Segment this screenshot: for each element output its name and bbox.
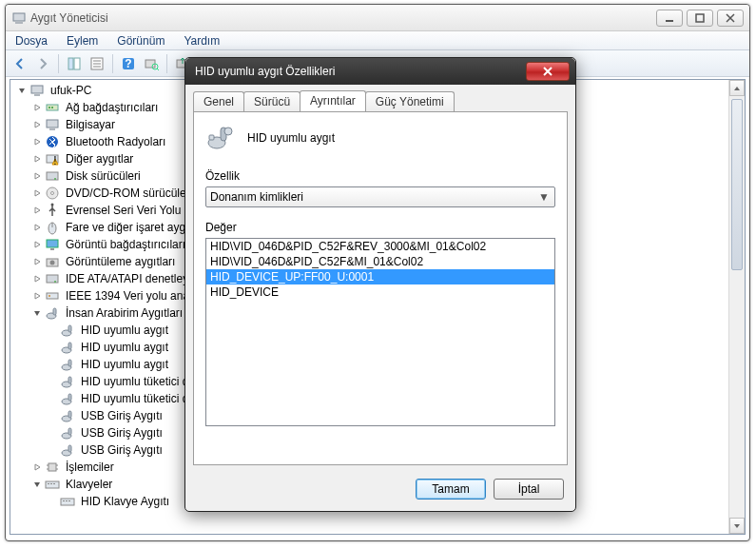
value-item[interactable]: HID\VID_046D&PID_C52F&MI_01&Col02 [206,254,554,269]
device-icon [205,122,238,154]
tab-driver[interactable]: Sürücü [243,91,300,112]
expand-icon[interactable] [31,256,43,267]
tree-label: USB Giriş Aygıtı [79,424,165,441]
svg-point-33 [51,204,54,206]
property-combobox[interactable]: Donanım kimlikleri ▼ [205,186,555,207]
device-icon [60,494,75,509]
tab-general[interactable]: Genel [193,91,244,112]
forward-button[interactable] [32,53,53,74]
svg-rect-73 [66,500,68,501]
expand-icon[interactable] [31,153,43,165]
menu-action[interactable]: Eylem [63,32,102,49]
help-button[interactable]: ? [118,53,139,74]
expand-icon[interactable] [31,119,43,130]
tree-label: HID uyumlu aygıt [79,339,170,356]
menubar: Dosya Eylem Görünüm Yardım [6,31,749,50]
svg-rect-62 [48,463,56,471]
svg-rect-4 [68,58,73,69]
svg-point-22 [48,107,50,108]
expand-icon[interactable] [31,205,43,216]
device-icon [60,340,75,355]
expand-icon[interactable] [31,136,43,147]
close-button[interactable] [717,10,744,27]
value-listbox[interactable]: HID\VID_046D&PID_C52F&REV_3000&MI_01&Col… [205,238,555,426]
menu-view[interactable]: Görünüm [113,32,168,49]
separator [112,54,113,73]
svg-rect-74 [68,500,70,501]
dialog-titlebar[interactable]: HID uyumlu aygıt Özellikleri [185,58,575,85]
svg-rect-72 [63,500,65,501]
tree-label: İnsan Arabirim Aygıtları [64,304,184,322]
titlebar[interactable]: Aygıt Yöneticisi [6,5,749,31]
svg-point-23 [51,107,53,108]
property-label: Özellik [205,169,555,183]
minimize-button[interactable] [656,10,683,27]
properties-button[interactable] [87,53,107,74]
expand-icon[interactable] [31,170,43,182]
maximize-button[interactable] [687,10,713,27]
svg-rect-5 [74,58,80,69]
tab-power[interactable]: Güç Yönetimi [365,91,455,112]
svg-rect-61 [68,445,71,452]
tree-label: Görüntü bağdaştırıcıları [64,236,187,253]
device-icon [45,477,60,492]
device-icon [45,271,60,286]
value-item[interactable]: HID\VID_046D&PID_C52F&REV_3000&MI_01&Col… [206,239,554,254]
tree-label: ufuk-PC [48,82,93,99]
device-icon [45,168,60,184]
collapse-icon[interactable] [16,85,28,96]
device-icon [60,408,75,423]
expand-icon[interactable] [31,461,43,473]
expand-icon[interactable] [31,290,43,302]
device-icon [60,374,75,389]
svg-rect-40 [47,275,58,283]
device-icon: ! [45,151,60,167]
svg-text:?: ? [125,57,131,70]
menu-help[interactable]: Yardım [180,32,223,49]
show-hide-tree-button[interactable] [64,53,85,74]
svg-rect-1 [15,22,23,24]
device-icon [60,323,75,338]
expand-icon[interactable] [31,273,43,284]
svg-rect-67 [46,481,59,488]
device-name-label: HID uyumlu aygıt [247,131,335,145]
svg-point-77 [224,127,232,135]
svg-point-32 [51,192,54,195]
menu-file[interactable]: Dosya [11,32,51,49]
device-icon [45,254,60,269]
svg-rect-24 [47,120,58,127]
collapse-icon[interactable] [31,307,43,319]
svg-point-43 [48,295,50,297]
tab-panel-details: HID uyumlu aygıt Özellik Donanım kimlikl… [193,111,568,465]
scrollbar[interactable] [728,80,745,534]
ok-button[interactable]: Tamam [416,479,486,500]
svg-rect-68 [48,483,49,484]
app-icon [11,10,27,26]
cancel-button[interactable]: İptal [494,479,564,500]
scroll-thumb[interactable] [731,99,743,270]
tree-label: USB Giriş Aygıtı [79,441,165,459]
back-button[interactable] [10,53,30,74]
svg-rect-51 [68,360,71,366]
scan-hardware-button[interactable] [141,53,162,74]
svg-rect-69 [50,483,52,484]
svg-rect-0 [13,13,25,21]
expand-icon[interactable] [31,239,43,250]
scroll-down-button[interactable] [729,518,745,534]
device-icon [45,288,60,304]
scroll-up-button[interactable] [729,80,745,96]
svg-rect-59 [68,428,71,435]
value-item[interactable]: HID_DEVICE_UP:FF00_U:0001 [206,269,554,284]
expand-icon[interactable] [31,222,43,233]
tab-details[interactable]: Ayrıntılar [300,90,366,111]
expand-icon[interactable] [31,187,43,199]
device-icon [60,391,75,406]
value-item[interactable]: HID_DEVICE [206,284,554,300]
properties-dialog: HID uyumlu aygıt Özellikleri Genel Sürüc… [184,57,576,512]
expand-icon[interactable] [31,102,43,113]
dialog-close-button[interactable] [526,62,570,81]
collapse-icon[interactable] [31,479,43,490]
device-icon [45,305,60,321]
svg-rect-19 [31,86,43,93]
value-label: Değer [205,221,555,234]
